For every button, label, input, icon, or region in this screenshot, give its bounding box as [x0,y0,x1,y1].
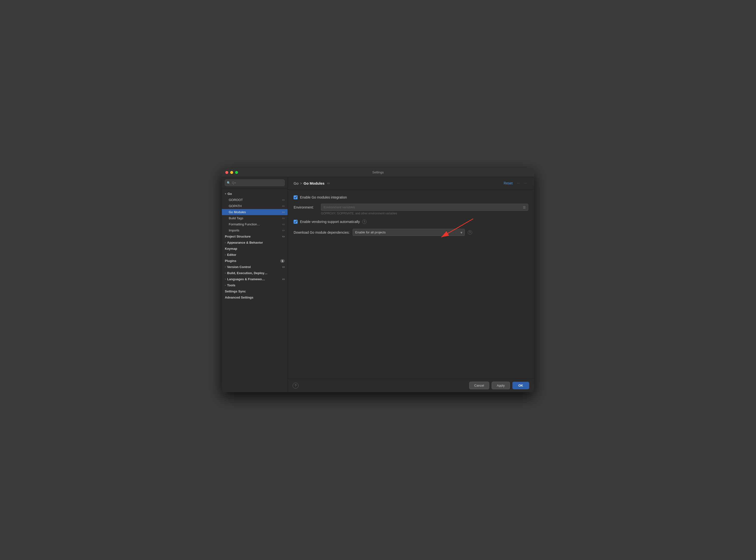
sidebar-item-imports-label: Imports [229,228,239,232]
sidebar-item-tools-label: Tools [227,283,235,287]
sidebar-item-go-label: Go [227,192,232,196]
chevron-right-icon: › [225,241,226,244]
enable-modules-row: Enable Go modules integration [293,195,528,199]
content-area: Go > Go Modules ▭ Reset ← → [288,177,534,392]
chevron-right-icon: › [225,254,226,256]
sidebar-item-keymap-label: Keymap [225,247,237,251]
breadcrumb-current: Go Modules [304,181,325,185]
breadcrumb-separator: > [300,181,302,185]
env-hint: GOPROXY, GOPRIVATE, and other environmen… [293,212,528,215]
env-label: Environment: [293,204,318,209]
sidebar-item-editor-label: Editor [227,253,236,257]
search-input[interactable] [225,180,285,186]
sidebar-item-advanced-settings-label: Advanced Settings [225,296,253,299]
module-icon: ▭ [282,211,285,214]
content-body: Enable Go modules integration Environmen… [288,189,534,379]
sidebar-item-plugins-label: Plugins [225,259,236,263]
sidebar-item-go-modules-label: Go Modules [229,210,246,214]
search-wrapper: 🔍 [225,180,285,186]
sidebar-item-formatting[interactable]: Formatting Function… ▭ [222,221,287,227]
sidebar-item-build[interactable]: › Build, Execution, Deploy… [222,270,287,276]
vendoring-text: Enable vendoring support automatically [300,220,360,224]
sidebar-item-go-modules[interactable]: Go Modules ▭ [222,209,287,215]
download-help-icon[interactable]: ? [468,230,472,235]
module-icon: ▭ [282,198,285,201]
traffic-lights [225,171,238,174]
module-icon: ▭ [282,278,285,281]
back-arrow-button[interactable]: ← [515,180,522,186]
module-icon: ▭ [282,217,285,220]
chevron-right-icon: › [225,278,226,280]
footer-left: ? [293,383,299,388]
sidebar-item-tools[interactable]: › Tools [222,282,287,288]
sidebar-item-editor[interactable]: › Editor [222,252,287,258]
close-button[interactable] [225,171,228,174]
content-header: Go > Go Modules ▭ Reset ← → [288,177,534,189]
sidebar-item-version-control-label: Version Control [227,265,251,269]
reset-button[interactable]: Reset [504,181,513,185]
module-icon: ▭ [282,204,285,207]
minimize-button[interactable] [230,171,233,174]
sidebar-item-appearance[interactable]: › Appearance & Behavior [222,240,287,246]
sidebar-item-imports[interactable]: Imports ▭ [222,227,287,234]
ok-button[interactable]: OK [512,382,529,389]
sidebar-item-goroot-label: GOROOT [229,198,243,202]
module-icon: ▭ [282,229,285,232]
sidebar-item-plugins[interactable]: Plugins 1 [222,258,287,264]
module-icon: ▭ [282,235,285,238]
main-content: 🔍 ▾ Go GOROOT ▭ GOPATH ▭ [222,177,534,392]
enable-modules-text: Enable Go modules integration [300,195,347,199]
cancel-button[interactable]: Cancel [469,382,489,389]
vendoring-row: Enable vendoring support automatically ? [293,220,528,224]
window-title: Settings [372,171,384,174]
sidebar-item-settings-sync-label: Settings Sync [225,289,246,293]
sidebar-item-keymap[interactable]: Keymap [222,246,287,252]
enable-modules-checkbox[interactable] [293,195,298,199]
vendoring-checkbox[interactable] [293,220,298,224]
sidebar-item-languages[interactable]: › Languages & Framewo… ▭ [222,276,287,282]
help-icon: ? [294,384,296,387]
module-icon: ▭ [282,223,285,226]
sidebar-item-go[interactable]: ▾ Go [222,191,287,197]
download-label: Download Go module dependencies: [293,231,350,234]
nav-arrows: ← → [515,180,528,186]
search-container: 🔍 [222,177,287,189]
header-actions: Reset ← → [504,180,528,186]
env-input-icon: ☰ [523,205,526,209]
footer-right: Cancel Apply OK [469,382,529,389]
sidebar-item-settings-sync[interactable]: Settings Sync [222,288,287,294]
search-icon: 🔍 [227,181,230,185]
apply-button[interactable]: Apply [492,382,510,389]
sidebar-item-project-structure[interactable]: Project Structure ▭ [222,234,287,240]
breadcrumb-parent: Go [293,181,299,185]
sidebar: 🔍 ▾ Go GOROOT ▭ GOPATH ▭ [222,177,288,392]
module-icon: ▭ [282,265,285,268]
chevron-down-icon: ▾ [225,193,226,195]
forward-arrow-button[interactable]: → [523,180,528,186]
sidebar-item-gopath[interactable]: GOPATH ▭ [222,203,287,209]
sidebar-item-build-label: Build, Execution, Deploy… [227,271,267,275]
help-button[interactable]: ? [293,383,299,388]
sidebar-item-advanced-settings[interactable]: Advanced Settings [222,294,287,300]
sidebar-item-gopath-label: GOPATH [229,204,242,208]
env-input[interactable] [321,204,528,211]
breadcrumb: Go > Go Modules ▭ [293,181,502,185]
download-row: Download Go module dependencies: Enable … [293,229,528,236]
sidebar-nav: ▾ Go GOROOT ▭ GOPATH ▭ Go Modules ▭ [222,189,287,392]
sidebar-item-version-control[interactable]: › Version Control ▭ [222,264,287,270]
vendoring-help-icon[interactable]: ? [362,220,367,224]
sidebar-item-build-tags[interactable]: Build Tags ▭ [222,215,287,221]
page-module-icon: ▭ [327,181,330,185]
sidebar-item-languages-label: Languages & Framewo… [227,277,265,281]
env-input-wrap: ☰ [321,204,528,211]
select-wrap: Enable for all projects Disable Enable f… [353,229,465,236]
sidebar-item-build-tags-label: Build Tags [229,216,243,220]
sidebar-item-goroot[interactable]: GOROOT ▭ [222,197,287,203]
download-select[interactable]: Enable for all projects Disable Enable f… [353,229,465,236]
maximize-button[interactable] [235,171,238,174]
sidebar-item-formatting-label: Formatting Function… [229,222,260,226]
vendoring-label[interactable]: Enable vendoring support automatically ? [293,220,367,224]
enable-modules-label[interactable]: Enable Go modules integration [293,195,347,199]
chevron-right-icon: › [225,266,226,268]
sidebar-item-appearance-label: Appearance & Behavior [227,241,263,244]
